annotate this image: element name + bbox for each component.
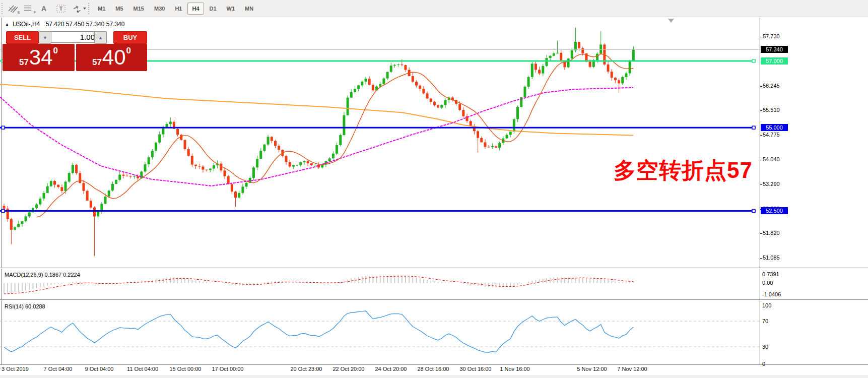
collapse-triangle-icon[interactable]: ▲ xyxy=(5,22,9,27)
buy-price-point: 0 xyxy=(126,44,131,56)
price-tick-label: 51.085 xyxy=(763,255,780,261)
date-tick-label: 5 Nov 12:00 xyxy=(577,366,607,372)
timeframe-button-D1[interactable]: D1 xyxy=(205,3,221,15)
trading-terminal: E F A T xyxy=(0,0,868,378)
date-tick-label: 22 Oct 20:00 xyxy=(333,366,365,372)
macd-scale-label: 0.00 xyxy=(762,280,773,286)
macd-scale-label: 0.7391 xyxy=(762,271,779,277)
toolbar-drag-handle[interactable] xyxy=(2,3,5,14)
volume-input[interactable] xyxy=(51,31,97,43)
date-tick-label: 7 Oct 04:00 xyxy=(44,366,73,372)
buy-price-big-figure: 57 xyxy=(92,57,102,71)
buy-price-box[interactable]: 57 40 0 xyxy=(76,44,147,71)
date-tick-label: 11 Oct 04:00 xyxy=(127,366,158,372)
price-tick-label: 51.820 xyxy=(763,230,780,236)
window-bottom-strip xyxy=(0,375,868,378)
price-tickmark xyxy=(760,233,762,234)
rsi-scale-label: 100 xyxy=(762,302,771,308)
price-tickmark xyxy=(760,110,762,111)
timeframe-button-W1[interactable]: W1 xyxy=(222,3,240,15)
date-tick-label: 3 Oct 2019 xyxy=(2,366,29,372)
volume-increase-button[interactable]: ▲ xyxy=(94,31,107,44)
price-badge: 57.000 xyxy=(761,57,788,65)
price-axis-line xyxy=(760,18,760,364)
price-tick-label: 56.245 xyxy=(763,83,780,89)
price-tickmark xyxy=(760,86,762,87)
price-tick-label: 57.730 xyxy=(763,33,780,39)
ohlc-values: 57.420 57.450 57.340 57.340 xyxy=(46,21,125,28)
date-tick-label: 1 Nov 16:00 xyxy=(500,366,529,372)
macd-label: MACD(12,26,9) 0.1867 0.2224 xyxy=(5,272,80,278)
arrows-icon[interactable] xyxy=(72,2,86,15)
price-tick-label: 54.775 xyxy=(763,132,780,138)
price-tick-label: 55.510 xyxy=(763,107,780,113)
toolbar-drag-handle[interactable] xyxy=(88,3,91,14)
chevron-up-icon: ▲ xyxy=(98,35,103,40)
sell-price-point: 0 xyxy=(53,44,58,56)
date-tick-label: 17 Oct 00:00 xyxy=(212,366,244,372)
price-tickmark xyxy=(760,258,762,259)
sell-button-label: SELL xyxy=(14,34,31,41)
rsi-scale-label: 0 xyxy=(762,361,765,367)
draw-lines-icon[interactable]: E xyxy=(7,2,21,15)
price-badge: 55.000 xyxy=(761,124,788,131)
text-icon[interactable]: A xyxy=(39,2,53,15)
macd-scale-label: -1.0406 xyxy=(762,291,781,297)
date-tick-label: 24 Oct 20:00 xyxy=(375,366,407,372)
timeframe-button-H4[interactable]: H4 xyxy=(187,3,204,15)
date-tick-label: 28 Oct 16:00 xyxy=(418,366,449,372)
date-tick-label: 20 Oct 23:00 xyxy=(291,366,322,372)
text-label-icon[interactable]: T xyxy=(55,2,70,15)
chart-bottom-axis xyxy=(0,364,868,365)
timeframe-button-M1[interactable]: M1 xyxy=(93,3,110,15)
svg-text:T: T xyxy=(59,6,63,12)
timeframe-button-M5[interactable]: M5 xyxy=(111,3,127,15)
timeframe-toolbar: M1M5M15M30H1H4D1W1MN xyxy=(93,3,258,15)
grid-pattern-icon[interactable]: F xyxy=(23,2,37,15)
chevron-down-icon: ▼ xyxy=(43,35,47,40)
symbol-label: USOil-,H4 xyxy=(13,21,40,28)
date-tick-label: 7 Nov 12:00 xyxy=(617,366,647,372)
timeframe-button-M15[interactable]: M15 xyxy=(129,3,149,15)
sell-price-big-figure: 57 xyxy=(19,57,29,71)
price-tickmark xyxy=(760,37,762,37)
timeframe-button-MN[interactable]: MN xyxy=(240,3,258,15)
svg-text:A: A xyxy=(41,5,46,13)
rsi-scale-label: 30 xyxy=(762,344,768,350)
macd-panel[interactable] xyxy=(0,270,760,299)
icon-sub-label: E xyxy=(18,10,20,15)
panel-separator[interactable] xyxy=(0,299,868,300)
date-tick-label: 30 Oct 16:00 xyxy=(460,366,492,372)
rsi-scale-label: 70 xyxy=(762,318,768,324)
price-tickmark xyxy=(760,184,762,185)
buy-price-pips: 40 xyxy=(102,47,126,68)
price-tickmark xyxy=(760,160,762,160)
volume-decrease-button[interactable]: ▼ xyxy=(39,31,51,44)
price-tick-label: 53.290 xyxy=(763,181,780,187)
chart-text-annotation[interactable]: 多空转折点57 xyxy=(614,156,753,185)
sell-button[interactable]: SELL xyxy=(6,31,39,44)
buy-button[interactable]: BUY xyxy=(113,31,147,44)
sell-price-pips: 34 xyxy=(29,47,53,68)
toolbar: E F A T xyxy=(0,0,868,17)
price-badge: 57.340 xyxy=(761,46,788,53)
date-tick-label: 9 Oct 04:00 xyxy=(85,366,114,372)
price-badge: 52.500 xyxy=(761,207,788,214)
icon-sub-label: F xyxy=(34,10,36,15)
panel-separator[interactable] xyxy=(0,268,868,268)
date-tick-label: 15 Oct 00:00 xyxy=(170,366,202,372)
rsi-label: RSI(14) 60.0288 xyxy=(5,303,45,309)
rsi-panel[interactable] xyxy=(0,301,760,364)
quote-header: ▲ USOil-,H4 57.420 57.450 57.340 57.340 xyxy=(5,21,124,28)
buy-button-label: BUY xyxy=(123,34,137,41)
timeframe-button-H1[interactable]: H1 xyxy=(170,3,186,15)
price-tickmark xyxy=(760,135,762,136)
price-tick-label: 54.040 xyxy=(763,156,780,162)
timeframe-button-M30[interactable]: M30 xyxy=(150,3,169,15)
sell-price-box[interactable]: 57 34 0 xyxy=(3,44,75,71)
